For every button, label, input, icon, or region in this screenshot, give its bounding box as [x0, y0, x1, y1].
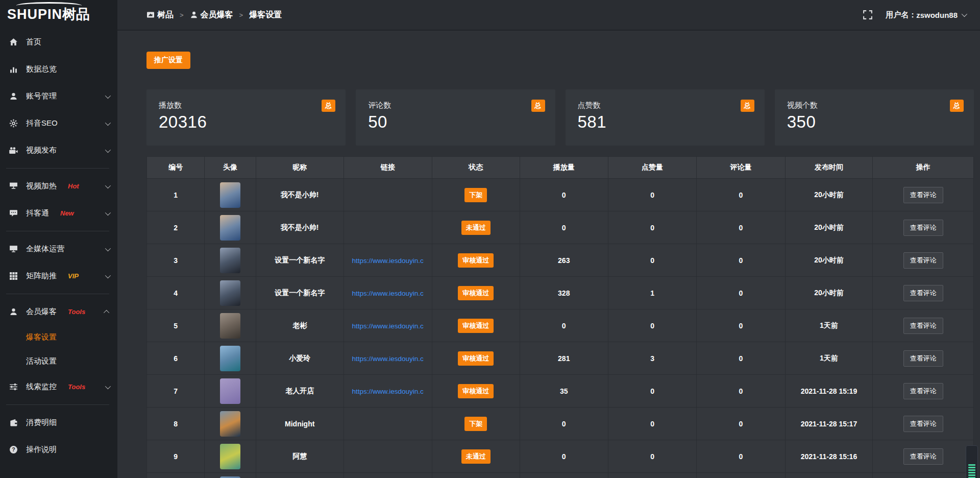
view-comments-button[interactable]: 查看评论	[903, 448, 943, 465]
cell-status: 审核通过	[432, 309, 520, 342]
question-circle-icon: ?	[9, 445, 18, 454]
divider	[6, 168, 109, 169]
col-likes: 点赞量	[608, 157, 696, 179]
sidebar-item-data-overview[interactable]: 数据总览	[0, 56, 117, 83]
cell-actions: 查看评论	[873, 375, 974, 408]
promo-settings-button[interactable]: 推广设置	[146, 52, 190, 69]
status-badge[interactable]: 审核通过	[458, 253, 494, 268]
chevron-down-icon	[105, 245, 111, 251]
cell-actions: 查看评论	[873, 342, 974, 375]
cell-link: https://www.iesdouyin.c	[344, 277, 432, 309]
cell-id: 6	[147, 342, 205, 375]
status-badge[interactable]: 审核通过	[458, 319, 494, 333]
cell-publish-time: 2021-11-28 15:19	[785, 375, 873, 408]
cell-likes: 0	[608, 179, 696, 211]
chevron-down-icon	[105, 147, 111, 152]
sidebar-item-clue-monitor[interactable]: 线索监控 Tools	[0, 373, 117, 400]
stat-label: 播放数	[159, 101, 333, 110]
view-comments-button[interactable]: 查看评论	[903, 220, 943, 236]
table-row: 9阿慧未通过0002021-11-28 15:16查看评论	[147, 440, 974, 473]
cell-link: https://www.iesdouyin.c	[344, 375, 432, 408]
chevron-down-icon	[105, 383, 111, 389]
cell-publish-time	[785, 473, 873, 478]
wallet-icon	[9, 418, 18, 427]
cell-plays: 328	[520, 277, 608, 309]
cell-link	[344, 211, 432, 244]
sidebar-item-member-baoke[interactable]: 会员爆客 Tools	[0, 298, 117, 325]
cell-actions: 查看评论	[873, 179, 974, 211]
sidebar-item-home[interactable]: 首页	[0, 29, 117, 56]
topbar: 树品 > 会员爆客 > 爆客设置 用户名： zswodun88	[117, 0, 980, 31]
cell-status: 审核通过	[432, 244, 520, 277]
avatar	[220, 378, 240, 404]
cell-status: 审核通过	[432, 277, 520, 309]
fullscreen-icon[interactable]	[863, 10, 872, 19]
view-comments-button[interactable]: 查看评论	[903, 318, 943, 334]
status-badge[interactable]: 下架	[464, 188, 487, 202]
view-comments-button[interactable]: 查看评论	[903, 252, 943, 269]
cell-status: 未通过	[432, 440, 520, 473]
breadcrumb-separator: >	[180, 11, 184, 19]
view-comments-button[interactable]: 查看评论	[903, 187, 943, 203]
status-badge[interactable]: 审核通过	[458, 384, 494, 398]
video-link[interactable]: https://www.iesdouyin.c	[352, 388, 424, 395]
sidebar-item-account-management[interactable]: 账号管理	[0, 83, 117, 110]
table-row: 6小爱玲https://www.iesdouyin.c审核通过281301天前查…	[147, 342, 974, 375]
view-comments-button[interactable]: 查看评论	[903, 285, 943, 301]
cell-comments: 0	[697, 277, 785, 309]
cell-actions	[873, 473, 974, 478]
total-badge: 总	[950, 100, 964, 112]
sidebar-item-matrix-boost[interactable]: 矩阵助推 VIP	[0, 262, 117, 290]
status-badge[interactable]: 审核通过	[458, 286, 494, 300]
cell-plays: 263	[520, 244, 608, 277]
video-link[interactable]: https://www.iesdouyin.c	[352, 290, 424, 297]
status-badge[interactable]: 下架	[464, 417, 487, 431]
username-value: zswodun88	[916, 11, 958, 19]
sidebar-item-video-publish[interactable]: 视频发布	[0, 137, 117, 164]
video-link[interactable]: https://www.iesdouyin.c	[352, 355, 424, 363]
sidebar-item-video-heating[interactable]: 视频加热 Hot	[0, 173, 117, 200]
status-badge[interactable]: 未通过	[461, 449, 491, 464]
avatar	[220, 313, 240, 339]
cell-avatar	[205, 408, 256, 440]
video-link[interactable]: https://www.iesdouyin.c	[352, 322, 424, 330]
cell-nickname: 设置一个新名字	[256, 244, 344, 277]
view-comments-button[interactable]: 查看评论	[903, 350, 943, 367]
floating-mini-widget[interactable]	[966, 445, 978, 478]
cell-plays: 0	[520, 440, 608, 473]
cell-nickname: 设置一个新名字	[256, 277, 344, 309]
sidebar-item-instructions[interactable]: ? 操作说明	[0, 436, 117, 463]
status-badge[interactable]: 审核通过	[458, 351, 494, 366]
tools-tag: Tools	[68, 308, 85, 316]
sidebar-item-baoke-settings[interactable]: 爆客设置	[0, 325, 117, 349]
table-row: 1我不是小帅!下架00020小时前查看评论	[147, 179, 974, 211]
cell-likes: 1	[608, 277, 696, 309]
sidebar-nav: 首页 数据总览 账号管理 抖音SEO 视频发布 视频加热 Hot	[0, 26, 117, 463]
cell-link	[344, 440, 432, 473]
cell-status: 审核通过	[432, 375, 520, 408]
chevron-down-icon	[105, 272, 111, 278]
sidebar-item-doketong[interactable]: 抖客通 New	[0, 200, 117, 227]
sidebar-item-activity-settings[interactable]: 活动设置	[0, 349, 117, 373]
sidebar-item-spending-details[interactable]: 消费明细	[0, 409, 117, 436]
cell-comments: 0	[697, 244, 785, 277]
username-label: 用户名：	[886, 10, 916, 20]
cell-avatar	[205, 440, 256, 473]
cell-comments: 0	[697, 440, 785, 473]
sidebar-item-allmedia-operation[interactable]: 全媒体运营	[0, 235, 117, 262]
sidebar-item-douyin-seo[interactable]: 抖音SEO	[0, 110, 117, 137]
stat-card-plays: 播放数 20316 总	[146, 89, 346, 146]
breadcrumb-item-home[interactable]: 树品	[157, 10, 174, 20]
divider	[6, 404, 109, 405]
cell-plays	[520, 473, 608, 478]
video-link[interactable]: https://www.iesdouyin.c	[352, 257, 424, 265]
view-comments-button[interactable]: 查看评论	[903, 416, 943, 432]
cell-id: 5	[147, 309, 205, 342]
view-comments-button[interactable]: 查看评论	[903, 383, 943, 399]
user-menu[interactable]: 用户名： zswodun88	[886, 10, 966, 20]
status-badge[interactable]: 未通过	[461, 221, 491, 235]
cell-nickname: 老人开店	[256, 375, 344, 408]
tools-tag: Tools	[68, 383, 85, 391]
breadcrumb-item-parent[interactable]: 会员爆客	[201, 10, 233, 20]
cell-id: 9	[147, 440, 205, 473]
